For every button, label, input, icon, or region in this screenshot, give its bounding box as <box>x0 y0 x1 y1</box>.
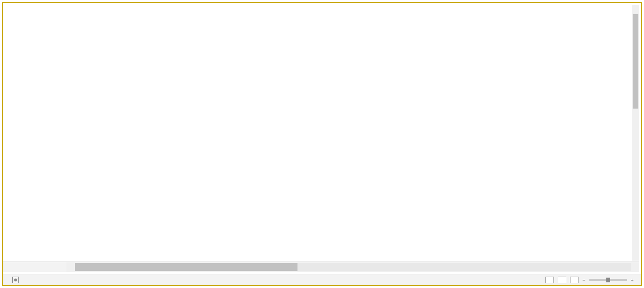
status-bar: − + <box>3 274 641 285</box>
zoom-in-button[interactable]: + <box>631 277 634 283</box>
view-normal-button[interactable] <box>545 277 554 283</box>
view-pagebreak-button[interactable] <box>570 277 578 283</box>
zoom-slider[interactable] <box>589 279 627 281</box>
view-pagelayout-button[interactable] <box>558 277 566 283</box>
macro-record-icon[interactable] <box>12 277 19 283</box>
sheet-tabs <box>3 262 48 272</box>
zoom-out-button[interactable]: − <box>582 277 585 283</box>
horizontal-scrollbar[interactable] <box>66 262 639 272</box>
vertical-scrollbar[interactable] <box>632 5 639 261</box>
